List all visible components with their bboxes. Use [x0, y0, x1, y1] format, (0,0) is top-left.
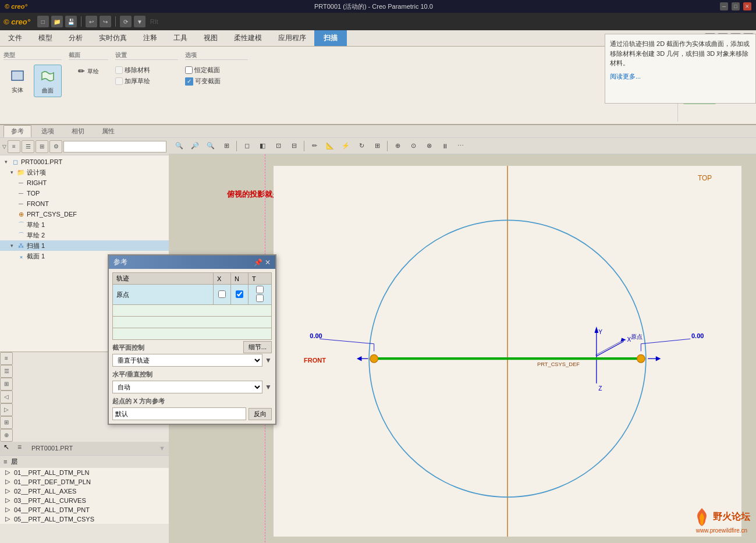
solid-btn[interactable]: 实体	[3, 65, 31, 97]
horiz-vert-dropdown-icon[interactable]: ▼	[265, 383, 272, 391]
menu-apps[interactable]: 应用程序	[270, 30, 314, 46]
close-btn[interactable]: ✕	[743, 2, 751, 10]
reverse-btn[interactable]: 反向	[249, 408, 272, 420]
vp-measure-btn[interactable]: 📐	[323, 140, 337, 152]
layer-prev-btn[interactable]: ◁	[0, 391, 13, 403]
layer-item-3[interactable]: ▷ 03__PRT_ALL_CURVES	[0, 496, 169, 505]
svg-text:0.00: 0.00	[310, 332, 322, 339]
tab-options[interactable]: 选项	[34, 125, 62, 137]
vp-refresh-btn[interactable]: ↻	[354, 140, 368, 152]
traj-x-0[interactable]	[214, 285, 231, 305]
layer-title-text: 层	[11, 458, 17, 465]
front-label: FRONT	[27, 200, 49, 207]
layer-next-btn[interactable]: ▷	[0, 403, 13, 416]
layer-add-btn[interactable]: ≡	[0, 352, 13, 365]
dropdown-btn[interactable]: ▼	[134, 16, 145, 27]
vp-view-btn4[interactable]: ⊟	[287, 140, 301, 152]
help-link[interactable]: 阅读更多...	[610, 73, 641, 80]
tree-item-sketch1[interactable]: ⌒ 草绘 1	[0, 219, 169, 230]
detail-btn[interactable]: 细节...	[243, 341, 272, 353]
ribbon-type-section: 类型 实体 曲面	[0, 49, 65, 122]
maximize-btn[interactable]: □	[732, 2, 740, 10]
filter-icon[interactable]: ▽	[2, 144, 6, 150]
tree-root[interactable]: ▾ ◻ PRT0001.PRT	[0, 157, 169, 167]
redo-btn[interactable]: ↪	[100, 16, 111, 27]
trajectory-empty-1	[113, 305, 272, 317]
new-btn[interactable]: □	[37, 16, 49, 27]
x-dir-input[interactable]	[112, 407, 246, 420]
dropdown-arrow[interactable]: ▼	[159, 445, 165, 452]
menu-scan[interactable]: 扫描	[314, 30, 347, 46]
tree-item-design[interactable]: ▾ 📁 设计项	[0, 167, 169, 178]
vp-zoom-in-btn[interactable]: 🔎	[188, 140, 202, 152]
tree-settings-btn[interactable]: ⚙	[49, 140, 62, 153]
remove-material-checkbox[interactable]: 移除材料	[115, 66, 178, 74]
horiz-vert-select[interactable]: 自动	[112, 381, 262, 393]
section-plane-dropdown-icon[interactable]: ▼	[265, 356, 272, 364]
tree-item-top[interactable]: ─ TOP	[0, 188, 169, 198]
section-plane-select[interactable]: 垂直于轨迹	[112, 354, 262, 367]
menu-annotation[interactable]: 注释	[135, 30, 165, 46]
menu-flex[interactable]: 柔性建模	[226, 30, 270, 46]
menu-model[interactable]: 模型	[30, 30, 61, 46]
vp-view-btn2[interactable]: ◧	[255, 140, 269, 152]
thicken-sketch-checkbox[interactable]: 加厚草绘	[115, 77, 178, 86]
vp-zoom-fit-btn[interactable]: 🔍	[172, 140, 186, 152]
save-btn[interactable]: 💾	[65, 16, 77, 27]
menu-analysis[interactable]: 分析	[61, 30, 91, 46]
vp-view-btn3[interactable]: ⊡	[271, 140, 285, 152]
layer-item-5[interactable]: ▷ 05__PRT_ALL_DTM_CSYS	[0, 514, 169, 524]
layer-settings-btn[interactable]: ⊞	[0, 416, 13, 429]
sketch-btn[interactable]: ✏ 草绘	[69, 65, 108, 77]
regenerate-btn[interactable]: ⟳	[120, 16, 132, 27]
minimize-btn[interactable]: ─	[720, 2, 728, 10]
vp-pause-btn[interactable]: ⏸	[438, 140, 452, 152]
status-pointer-icon[interactable]: ↖	[3, 443, 14, 453]
vp-more-btn4[interactable]: ⋯	[453, 140, 467, 152]
vp-analyze-btn[interactable]: ⚡	[339, 140, 353, 152]
dialog-close-btn[interactable]: ✕	[265, 258, 271, 267]
tree-list-btn[interactable]: ☰	[22, 140, 34, 153]
open-btn[interactable]: 📁	[51, 16, 63, 27]
menu-file[interactable]: 文件	[0, 30, 30, 46]
vp-more-btn1[interactable]: ⊕	[391, 140, 404, 152]
layer-item-1[interactable]: ▷ 01__PRT_DEF_DTM_PLN	[0, 477, 169, 487]
constant-section-checkbox[interactable]: 恒定截面	[185, 66, 248, 74]
dialog-pin-btn[interactable]: 📌	[254, 258, 262, 267]
ribbon: 类型 实体 曲面 截面	[0, 47, 756, 125]
vp-display-btn[interactable]: ⊞	[370, 140, 384, 152]
layer-more-btn[interactable]: ⊕	[0, 429, 13, 442]
tab-tangent[interactable]: 相切	[64, 125, 92, 137]
vp-more-btn3[interactable]: ⊗	[422, 140, 436, 152]
traj-t-0[interactable]	[249, 285, 272, 305]
vp-view-btn1[interactable]: ◻	[240, 140, 254, 152]
layer-tb-btn3[interactable]: ⊞	[0, 378, 13, 391]
undo-btn[interactable]: ↩	[86, 16, 97, 27]
trajectory-row-0[interactable]: 原点	[113, 285, 272, 305]
right-label: RIGHT	[27, 179, 47, 186]
tree-item-right[interactable]: ─ RIGHT	[0, 178, 169, 188]
tree-item-front[interactable]: ─ FRONT	[0, 198, 169, 209]
tree-search-input[interactable]	[63, 141, 166, 152]
vp-zoom-sel-btn[interactable]: ⊞	[219, 140, 233, 152]
menu-view[interactable]: 视图	[196, 30, 226, 46]
vp-more-btn2[interactable]: ⊙	[406, 140, 420, 152]
tab-reference[interactable]: 参考	[3, 125, 31, 137]
traj-n-0[interactable]	[231, 285, 249, 305]
vp-sketch-btn[interactable]: ✏	[307, 140, 321, 152]
vp-zoom-out-btn[interactable]: 🔍	[204, 140, 218, 152]
tree-expand-btn[interactable]: ≡	[8, 140, 20, 153]
menu-tools[interactable]: 工具	[165, 30, 196, 46]
layer-item-2[interactable]: ▷ 02__PRT_ALL_AXES	[0, 487, 169, 496]
tree-item-csys[interactable]: ⊕ PRT_CSYS_DEF	[0, 209, 169, 219]
variable-section-checkbox[interactable]: ✓ 可变截面	[185, 77, 248, 86]
layer-item-0[interactable]: ▷ 01__PRT_ALL_DTM_PLN	[0, 468, 169, 477]
menu-simulation[interactable]: 实时仿真	[91, 30, 135, 46]
tree-item-sketch2[interactable]: ⌒ 草绘 2	[0, 230, 169, 240]
layer-tb-btn2[interactable]: ☰	[0, 365, 13, 378]
tab-properties[interactable]: 属性	[94, 125, 122, 137]
layer-item-4[interactable]: ▷ 04__PRT_ALL_DTM_PNT	[0, 505, 169, 514]
surface-btn[interactable]: 曲面	[34, 65, 62, 97]
tree-grid-btn[interactable]: ⊞	[36, 140, 48, 153]
tree-item-sweep[interactable]: ▾ ⁂ 扫描 1	[0, 240, 169, 251]
